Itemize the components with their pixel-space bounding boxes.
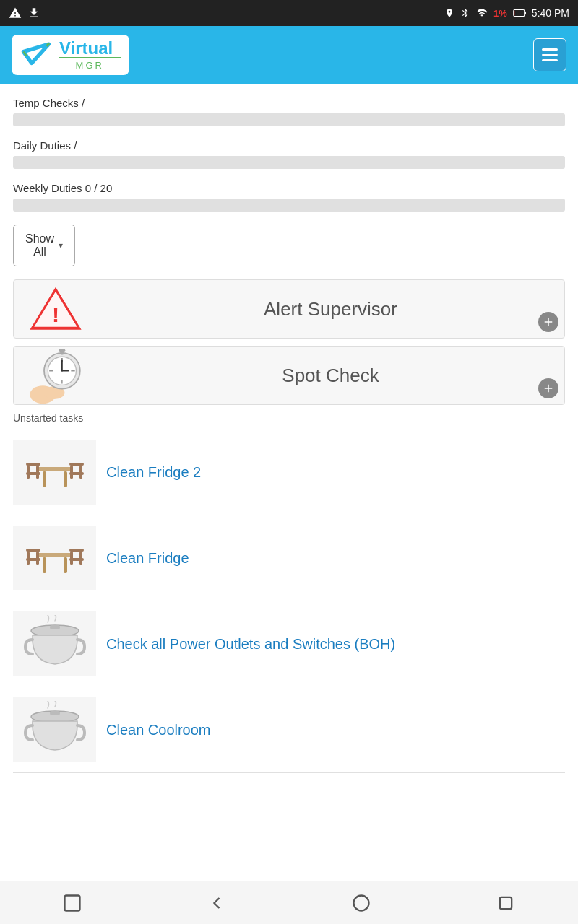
task-item[interactable]: Clean Fridge 2 [13, 430, 565, 515]
nav-home-button[interactable] [343, 887, 379, 919]
show-all-label: Show All [25, 232, 54, 258]
svg-rect-23 [26, 463, 40, 466]
task-thumbnail-clean-fridge-2 [13, 440, 96, 505]
svg-rect-32 [43, 557, 46, 573]
svg-rect-30 [69, 472, 84, 475]
task-name-clean-coolroom: Clean Coolroom [96, 722, 565, 738]
svg-rect-41 [69, 558, 84, 561]
svg-rect-48 [500, 897, 512, 908]
svg-rect-31 [37, 553, 73, 557]
task-item[interactable]: Check all Power Outlets and Switches (BO… [13, 601, 565, 687]
bottom-navigation [0, 881, 578, 924]
warning-status-icon [9, 6, 22, 19]
alert-supervisor-card[interactable]: ! Alert Supervisor [13, 279, 565, 339]
battery-icon [513, 8, 526, 18]
nav-square-button[interactable] [54, 887, 90, 919]
svg-rect-2 [514, 10, 514, 16]
table-chair-icon [22, 533, 87, 583]
logo-text: Virtual — MGR — [59, 40, 121, 71]
svg-marker-3 [23, 44, 48, 63]
main-content: Temp Checks / Daily Duties / Weekly Duti… [0, 84, 578, 831]
task-name-clean-fridge: Clean Fridge [96, 550, 565, 567]
spot-check-stopwatch-icon [23, 346, 88, 404]
task-thumbnail-clean-coolroom [13, 697, 96, 762]
daily-duties-bar [13, 156, 565, 169]
svg-rect-38 [69, 549, 84, 552]
unstarted-tasks-label: Unstarted tasks [13, 412, 565, 424]
menu-button[interactable] [533, 38, 566, 71]
menu-line-2 [542, 54, 558, 56]
bluetooth-status-icon [460, 8, 470, 18]
weekly-duties-section: Weekly Duties 0 / 20 [13, 182, 565, 212]
spot-check-card[interactable]: Spot Check [13, 346, 565, 405]
wifi-status-icon [476, 8, 488, 18]
temp-checks-section: Temp Checks / [13, 97, 565, 126]
logo-checkmark-icon [20, 39, 52, 71]
temp-checks-bar [13, 113, 565, 126]
alert-supervisor-icon-area: ! [14, 280, 97, 338]
time-display: 5:40 PM [532, 7, 569, 19]
svg-rect-0 [514, 10, 525, 17]
svg-rect-33 [64, 557, 67, 573]
svg-rect-27 [69, 463, 84, 466]
alert-supervisor-add-button[interactable] [538, 312, 558, 332]
svg-rect-45 [50, 711, 60, 715]
status-right-icons: 1% 5:40 PM [444, 7, 569, 19]
show-all-button[interactable]: Show All ▾ [13, 225, 75, 266]
temp-checks-label: Temp Checks / [13, 97, 565, 109]
svg-rect-18 [60, 352, 64, 354]
svg-rect-34 [26, 549, 40, 552]
status-left-icons [9, 6, 40, 19]
pot-icon [22, 615, 87, 673]
svg-text:!: ! [51, 302, 59, 326]
svg-rect-20 [37, 467, 73, 471]
download-status-icon [27, 6, 40, 19]
spot-check-label: Spot Check [97, 353, 564, 398]
app-header: Virtual — MGR — [0, 26, 578, 84]
svg-rect-22 [64, 471, 67, 487]
nav-back-button[interactable] [199, 887, 235, 919]
svg-point-47 [354, 895, 369, 910]
menu-line-1 [542, 48, 558, 51]
pot-icon-2 [22, 701, 87, 759]
svg-rect-1 [525, 12, 526, 15]
weekly-duties-bar [13, 199, 565, 212]
task-thumbnail-check-power [13, 611, 96, 676]
alert-warning-icon: ! [30, 283, 82, 335]
svg-rect-21 [43, 471, 46, 487]
svg-rect-43 [50, 625, 60, 629]
logo-mgr-label: — MGR — [59, 57, 121, 71]
menu-line-3 [542, 59, 558, 61]
svg-rect-37 [26, 558, 40, 561]
task-item[interactable]: Clean Fridge [13, 515, 565, 601]
svg-rect-26 [26, 472, 40, 475]
daily-duties-section: Daily Duties / [13, 139, 565, 169]
battery-text: 1% [493, 8, 507, 19]
location-status-icon [444, 8, 454, 18]
task-name-check-power: Check all Power Outlets and Switches (BO… [96, 636, 565, 653]
task-item[interactable]: Clean Coolroom [13, 687, 565, 773]
logo-virtual-label: Virtual [59, 40, 121, 57]
weekly-duties-label: Weekly Duties 0 / 20 [13, 182, 565, 194]
logo-area: Virtual — MGR — [12, 35, 129, 75]
table-chair-icon [22, 447, 87, 497]
svg-rect-19 [59, 349, 65, 352]
daily-duties-label: Daily Duties / [13, 139, 565, 152]
task-thumbnail-clean-fridge [13, 526, 96, 590]
alert-supervisor-label: Alert Supervisor [97, 287, 564, 332]
nav-recents-button[interactable] [488, 887, 524, 919]
status-bar: 1% 5:40 PM [0, 0, 578, 26]
task-name-clean-fridge-2: Clean Fridge 2 [96, 464, 565, 481]
spot-check-add-button[interactable] [538, 378, 558, 398]
show-all-arrow: ▾ [59, 240, 63, 250]
spot-check-icon-area [14, 346, 97, 404]
svg-rect-46 [65, 895, 80, 910]
